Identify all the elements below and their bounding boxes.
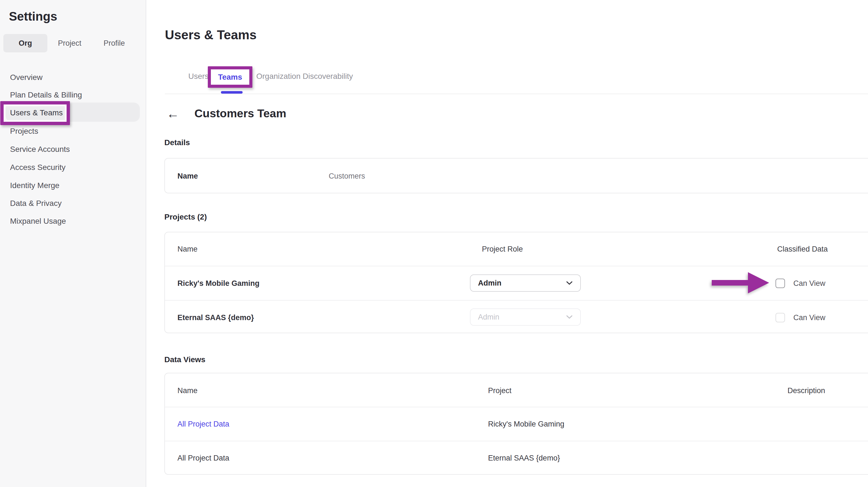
sidebar-item-mixpanel-usage[interactable]: Mixpanel Usage [10,217,66,226]
projects-heading: Projects (2) [164,213,207,221]
chevron-down-icon [566,281,572,285]
details-card: Name Customers [164,158,868,193]
tabs-divider [165,94,868,94]
arrow-left-icon: ← [166,106,179,121]
row-divider [165,300,868,301]
row-divider [165,266,868,266]
chevron-down-icon [566,315,572,319]
dataviews-col-project: Project [488,387,512,395]
scope-tab-project[interactable]: Project [58,39,81,48]
active-tab-indicator [221,91,243,94]
tab-users[interactable]: Users [188,72,209,81]
data-view-project-cell: Eternal SAAS {demo} [488,454,560,462]
page-title: Users & Teams [165,27,256,42]
data-view-link[interactable]: All Project Data [178,420,229,428]
projects-col-classified-data: Classified Data [777,245,828,253]
sidebar-item-data-privacy[interactable]: Data & Privacy [10,199,62,208]
project-role-select-disabled: Admin [470,308,581,326]
sidebar-item-plan-details-billing[interactable]: Plan Details & Billing [10,91,82,99]
dataviews-col-description: Description [787,387,825,395]
tab-teams[interactable]: Teams [218,73,242,82]
sidebar-item-overview[interactable]: Overview [10,73,42,82]
mixpanel-org-settings-page: Settings Org Project Profile Overview Pl… [0,0,868,487]
can-view-label: Can View [793,279,826,288]
scope-tab-profile[interactable]: Profile [104,39,125,48]
annotation-arrow [712,272,769,293]
project-role-select[interactable]: Admin [470,274,581,292]
project-name-cell: Ricky's Mobile Gaming [178,279,259,288]
data-views-table: Name Project Description All Project Dat… [164,373,868,475]
scope-tab-org-label: Org [19,39,32,48]
settings-sidebar: Settings Org Project Profile Overview Pl… [0,0,146,487]
sidebar-item-access-security[interactable]: Access Security [10,163,65,172]
projects-table: Name Project Role Classified Data Ricky'… [164,232,868,333]
classified-data-checkbox-disabled [776,313,785,322]
can-view-label: Can View [793,313,826,322]
scope-tab-org[interactable]: Org [3,34,48,52]
sidebar-item-service-accounts[interactable]: Service Accounts [10,145,70,154]
classified-data-checkbox[interactable] [776,279,785,288]
data-view-project-cell: Ricky's Mobile Gaming [488,420,564,428]
tab-organization-discoverability[interactable]: Organization Discoverability [256,72,353,81]
dataviews-col-name: Name [178,387,197,395]
sidebar-item-identity-merge[interactable]: Identity Merge [10,181,59,190]
details-heading: Details [164,138,190,147]
data-view-name-cell: All Project Data [178,454,229,462]
back-button[interactable]: ← [166,107,179,120]
project-name-cell: Eternal SAAS {demo} [178,313,254,322]
details-name-label: Name [178,172,198,181]
projects-col-project-role: Project Role [482,245,523,253]
project-role-value: Admin [478,313,499,322]
settings-title: Settings [9,9,57,23]
sidebar-item-projects[interactable]: Projects [10,127,38,136]
data-views-heading: Data Views [164,355,205,364]
row-divider [165,407,868,407]
row-divider [165,441,868,441]
projects-col-name: Name [178,245,197,253]
sidebar-item-users-teams[interactable]: Users & Teams [10,109,63,117]
team-title: Customers Team [194,107,286,120]
project-role-value: Admin [478,279,501,287]
annotation-box-teams-tab: Teams [208,66,252,88]
details-name-value: Customers [329,172,365,181]
